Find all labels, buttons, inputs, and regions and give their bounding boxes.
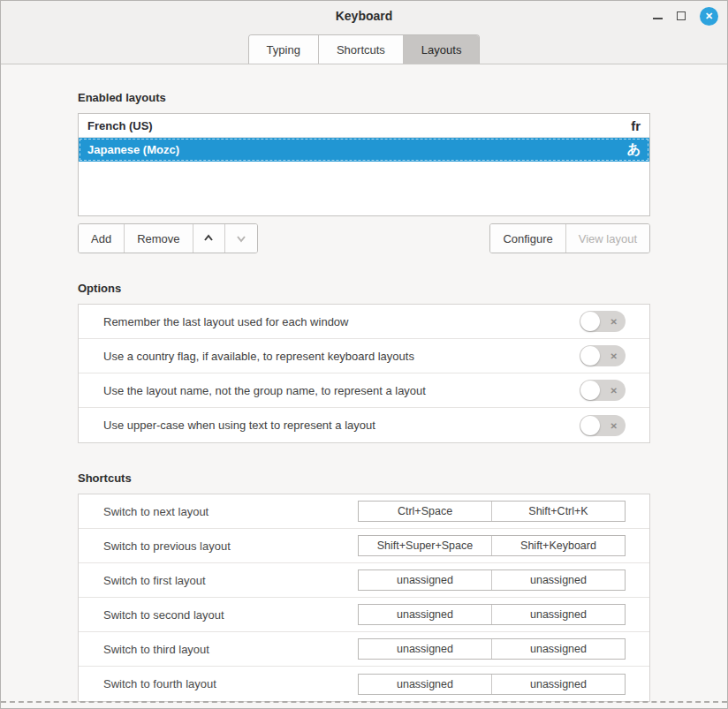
chevron-down-icon <box>236 233 246 244</box>
toggle-remember-last-layout[interactable]: ✕ <box>580 311 626 332</box>
shortcut-row-previous-layout: Switch to previous layout Shift+Super+Sp… <box>79 529 649 563</box>
keybinding-group: Ctrl+Space Shift+Ctrl+K <box>358 501 626 522</box>
options-panel: Remember the last layout used for each w… <box>78 304 650 443</box>
option-row-remember-last-layout: Remember the last layout used for each w… <box>79 305 649 339</box>
tab-layouts[interactable]: Layouts <box>404 35 480 64</box>
tab-group: Typing Shortcuts Layouts <box>248 34 481 64</box>
keybinding-cell[interactable]: unassigned <box>359 675 491 694</box>
resize-grip[interactable] <box>1 701 727 703</box>
keyboard-settings-window: Keyboard ✕ Typing Shortcuts Layouts Enab… <box>0 0 728 709</box>
keybinding-cell[interactable]: unassigned <box>359 570 491 590</box>
titlebar[interactable]: Keyboard ✕ <box>1 1 727 31</box>
keybinding-group: unassigned unassigned <box>358 604 626 625</box>
shortcut-row-second-layout: Switch to second layout unassigned unass… <box>79 598 649 632</box>
tab-shortcuts[interactable]: Shortcuts <box>319 35 404 64</box>
remove-button[interactable]: Remove <box>125 224 193 253</box>
keybinding-cell[interactable]: Shift+Super+Space <box>359 536 491 555</box>
layout-name: Japanese (Mozc) <box>87 143 179 156</box>
toggle-layout-name[interactable]: ✕ <box>580 380 626 401</box>
option-label: Use a country flag, if available, to rep… <box>103 350 580 363</box>
shortcut-label: Switch to next layout <box>103 505 358 518</box>
toggle-off-icon: ✕ <box>610 351 618 361</box>
maximize-icon[interactable] <box>677 11 686 20</box>
keybinding-group: unassigned unassigned <box>358 638 626 660</box>
layout-indicator-fr: fr <box>631 118 641 133</box>
keybinding-group: Shift+Super+Space Shift+Keyboard <box>358 535 626 556</box>
close-icon[interactable]: ✕ <box>700 7 718 26</box>
enabled-layouts-list: French (US) fr Japanese (Mozc) あ <box>78 113 650 216</box>
option-row-layout-name: Use the layout name, not the group name,… <box>79 373 649 408</box>
toggle-knob <box>580 312 600 331</box>
layout-indicator-ja: あ <box>627 141 641 158</box>
tab-typing[interactable]: Typing <box>249 35 319 64</box>
move-up-button[interactable] <box>193 224 225 253</box>
toggle-knob <box>580 381 600 400</box>
keybinding-cell[interactable]: unassigned <box>359 639 491 659</box>
view-layout-button[interactable]: View layout <box>566 224 649 253</box>
chevron-up-icon <box>203 233 214 244</box>
keybinding-group: unassigned unassigned <box>358 674 626 695</box>
shortcut-row-third-layout: Switch to third layout unassigned unassi… <box>79 632 649 667</box>
keybinding-cell[interactable]: Ctrl+Space <box>359 502 491 521</box>
keybinding-cell[interactable]: Shift+Keyboard <box>491 536 625 555</box>
layout-list-actions: Add Remove Configure View layout <box>78 223 650 253</box>
minimize-icon[interactable] <box>653 18 663 19</box>
shortcut-row-first-layout: Switch to first layout unassigned unassi… <box>79 563 649 598</box>
keybinding-cell[interactable]: unassigned <box>491 675 625 694</box>
shortcut-label: Switch to previous layout <box>103 539 358 553</box>
toggle-upper-case[interactable]: ✕ <box>580 415 626 436</box>
config-buttons-group: Configure View layout <box>489 223 650 253</box>
configure-button[interactable]: Configure <box>490 224 565 253</box>
layouts-page: Enabled layouts French (US) fr Japanese … <box>1 91 727 702</box>
keybinding-cell[interactable]: unassigned <box>491 605 625 624</box>
keybinding-cell[interactable]: unassigned <box>491 639 625 659</box>
shortcuts-heading: Shortcuts <box>78 471 650 485</box>
keybinding-group: unassigned unassigned <box>358 569 626 591</box>
toggle-off-icon: ✕ <box>610 317 618 327</box>
shortcut-label: Switch to second layout <box>103 608 358 622</box>
toggle-off-icon: ✕ <box>610 420 618 430</box>
keybinding-cell[interactable]: unassigned <box>491 570 625 590</box>
shortcut-label: Switch to fourth layout <box>103 677 358 690</box>
add-button[interactable]: Add <box>79 224 125 253</box>
toggle-knob <box>580 416 600 435</box>
keybinding-cell[interactable]: unassigned <box>359 605 491 624</box>
edit-buttons-group: Add Remove <box>78 223 258 253</box>
shortcuts-panel: Switch to next layout Ctrl+Space Shift+C… <box>78 494 650 702</box>
option-label: Use upper-case when using text to repres… <box>103 419 580 432</box>
option-label: Remember the last layout used for each w… <box>103 315 580 328</box>
option-row-country-flag: Use a country flag, if available, to rep… <box>79 339 649 373</box>
option-label: Use the layout name, not the group name,… <box>103 384 580 397</box>
toggle-knob <box>580 346 600 366</box>
layout-name: French (US) <box>87 119 153 132</box>
move-down-button[interactable] <box>225 224 257 253</box>
window-controls: ✕ <box>653 1 718 31</box>
options-heading: Options <box>78 282 650 295</box>
window-header: Keyboard ✕ Typing Shortcuts Layouts <box>1 1 727 64</box>
keybinding-cell[interactable]: Shift+Ctrl+K <box>491 502 625 521</box>
shortcut-label: Switch to first layout <box>103 574 358 587</box>
enabled-layouts-heading: Enabled layouts <box>78 91 650 104</box>
toggle-off-icon: ✕ <box>610 386 618 396</box>
shortcut-row-fourth-layout: Switch to fourth layout unassigned unass… <box>79 667 649 701</box>
toggle-country-flag[interactable]: ✕ <box>580 345 626 366</box>
shortcut-label: Switch to third layout <box>103 643 358 656</box>
option-row-upper-case: Use upper-case when using text to repres… <box>79 408 649 442</box>
window-title: Keyboard <box>336 9 393 23</box>
list-item-french[interactable]: French (US) fr <box>79 114 649 138</box>
list-item-japanese[interactable]: Japanese (Mozc) あ <box>79 138 649 162</box>
tab-bar: Typing Shortcuts Layouts <box>1 34 727 64</box>
shortcut-row-next-layout: Switch to next layout Ctrl+Space Shift+C… <box>79 494 649 529</box>
